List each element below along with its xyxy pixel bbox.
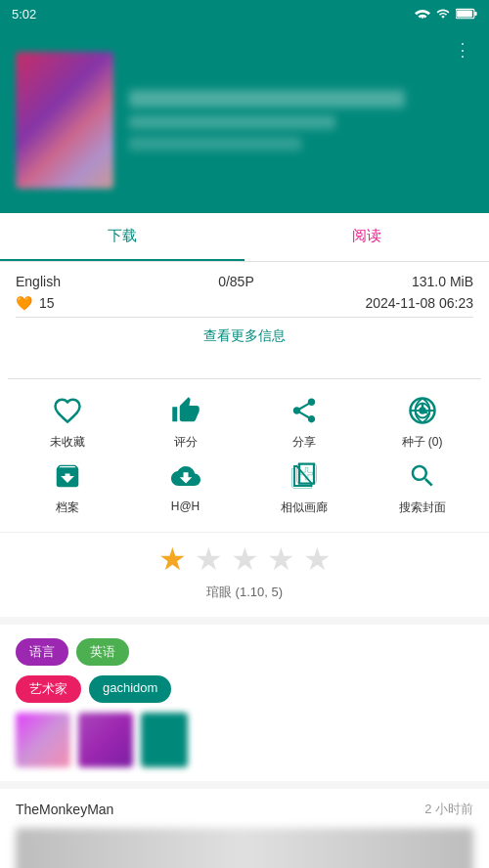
stars-row: ★ ★ ★ ★ ★: [158, 541, 332, 578]
tab-download[interactable]: 下载: [0, 213, 244, 261]
battery-icon: [456, 8, 477, 20]
hero-text-area: [129, 90, 473, 151]
tag-language[interactable]: 语言: [16, 638, 68, 666]
tag-thumb-2[interactable]: [78, 713, 133, 767]
similar-icon: [287, 458, 322, 494]
share-svg: [289, 396, 319, 425]
archive-label: 档案: [56, 499, 79, 516]
hero-banner: ⋮: [0, 27, 489, 213]
hero-subtitle-blur-1: [129, 115, 335, 129]
cloud-icon: [168, 458, 203, 494]
comment-author: TheMonkeyMan: [16, 802, 113, 817]
action-favorite[interactable]: 未收藏: [40, 393, 94, 451]
tag-english[interactable]: 英语: [76, 638, 129, 666]
rating-text: 琯眼 (1.10, 5): [206, 584, 283, 601]
info-row-1: English 0/85P 131.0 MiB: [16, 274, 473, 289]
star-3[interactable]: ★: [231, 541, 259, 578]
share-icon: [287, 393, 322, 428]
tags-section: 语言 英语 艺术家 gachidom: [0, 625, 489, 781]
action-archive[interactable]: 档案: [40, 458, 94, 516]
status-bar: 5:02: [0, 0, 489, 27]
action-rate[interactable]: 评分: [158, 393, 212, 451]
tag-thumb-3[interactable]: [141, 713, 188, 767]
hero-title-blur: [129, 90, 405, 108]
wifi-icon: [415, 7, 430, 21]
divider-1: [16, 317, 473, 318]
svg-rect-2: [474, 12, 476, 16]
archive-svg: [53, 461, 82, 491]
hero-thumbnail: [16, 52, 113, 189]
tags-row: 语言 英语: [16, 638, 473, 666]
comment-image-1: [16, 828, 473, 868]
tag-artist[interactable]: 艺术家: [16, 675, 81, 703]
hero-subtitle-blur-2: [129, 137, 301, 151]
thumbup-svg: [171, 396, 200, 425]
star-1[interactable]: ★: [158, 541, 187, 578]
hah-label: H@H: [171, 499, 200, 513]
similar-svg: [289, 461, 319, 491]
action-share[interactable]: 分享: [277, 393, 331, 451]
signal-icon: [436, 7, 450, 21]
heart-icon: 🧡: [16, 295, 32, 311]
status-icons: [415, 7, 477, 21]
tab-read[interactable]: 阅读: [244, 213, 489, 261]
comment-time: 2 小时前: [424, 801, 473, 818]
torrent-svg: [408, 396, 437, 425]
searchcover-svg: [408, 461, 437, 491]
tabs: 下载 阅读: [0, 213, 489, 262]
svg-marker-6: [299, 464, 314, 484]
pages-label: 0/85P: [218, 274, 254, 289]
torrent-label: 种子 (0): [402, 434, 443, 451]
tag-thumbnails: [16, 713, 473, 767]
size-label: 131.0 MiB: [412, 274, 473, 289]
tag-gachidom[interactable]: gachidom: [89, 675, 171, 703]
searchcover-label: 搜索封面: [399, 499, 446, 516]
star-4[interactable]: ★: [267, 541, 295, 578]
comment-section: TheMonkeyMan 2 小时前: [0, 789, 489, 868]
star-2[interactable]: ★: [195, 541, 223, 578]
torrent-icon: [405, 393, 440, 428]
comment-image-area: [16, 828, 473, 868]
date-label: 2024-11-08 06:23: [365, 295, 473, 311]
cloud-svg: [171, 461, 200, 491]
info-section: English 0/85P 131.0 MiB 🧡 15 2024-11-08 …: [0, 262, 489, 359]
archive-icon: [50, 458, 85, 494]
rate-label: 评分: [174, 434, 198, 451]
star-5[interactable]: ★: [303, 541, 332, 578]
action-hah[interactable]: H@H: [158, 458, 212, 513]
action-torrent[interactable]: 种子 (0): [395, 393, 449, 451]
heart-svg: [53, 396, 82, 425]
searchcover-icon: [405, 458, 440, 494]
svg-rect-1: [457, 10, 472, 17]
action-searchcover[interactable]: 搜索封面: [395, 458, 449, 516]
actions-grid-2: 档案 H@H 相似画廊: [8, 458, 481, 516]
language-label: English: [16, 274, 61, 289]
actions-section: 未收藏 评分 分享: [0, 359, 489, 532]
overflow-icon[interactable]: ⋮: [454, 39, 475, 61]
more-info-link[interactable]: 查看更多信息: [16, 322, 473, 347]
share-label: 分享: [292, 434, 316, 451]
tag-thumb-1[interactable]: [16, 713, 70, 767]
rating-section: ★ ★ ★ ★ ★ 琯眼 (1.10, 5): [0, 532, 489, 617]
likes-label: 🧡 15: [16, 295, 54, 311]
favorite-label: 未收藏: [50, 434, 85, 451]
tags-row-2: 艺术家 gachidom: [16, 675, 473, 703]
status-time: 5:02: [12, 7, 36, 22]
actions-grid: 未收藏 评分 分享: [8, 393, 481, 451]
thumbup-icon: [168, 393, 203, 428]
heart-outline-icon: [50, 393, 85, 428]
action-similar[interactable]: 相似画廊: [277, 458, 331, 516]
info-row-2: 🧡 15 2024-11-08 06:23: [16, 295, 473, 311]
comment-header: TheMonkeyMan 2 小时前: [16, 801, 473, 818]
divider-2: [8, 378, 481, 379]
similar-label: 相似画廊: [281, 499, 328, 516]
